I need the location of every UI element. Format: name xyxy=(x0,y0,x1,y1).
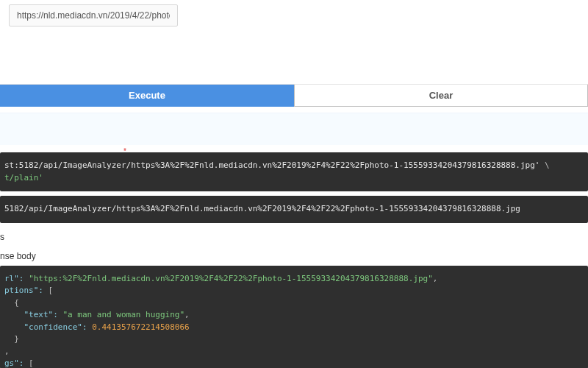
url-input[interactable] xyxy=(9,4,178,26)
json-text-key: "text": xyxy=(24,310,58,319)
json-url-key: rl": xyxy=(4,274,24,283)
response-body-codeblock[interactable]: rl": "https:%2F%2Fnld.mediacdn.vn%2F2019… xyxy=(0,266,588,369)
details-label-truncated: s xyxy=(0,227,588,247)
clear-button[interactable]: Clear xyxy=(294,85,588,107)
responses-header-area xyxy=(0,113,588,145)
required-dot-icon: * xyxy=(123,147,126,155)
parameter-row xyxy=(0,0,588,26)
request-url-text: 5182/api/ImageAnalyzer/https%3A%2F%2Fnld… xyxy=(4,204,520,213)
execute-button[interactable]: Execute xyxy=(0,85,294,107)
request-url-codeblock[interactable]: 5182/api/ImageAnalyzer/https%3A%2F%2Fnld… xyxy=(0,196,588,223)
json-text-val: "a man and woman hugging" xyxy=(62,310,184,319)
action-buttons: Execute Clear xyxy=(0,84,588,107)
curl-codeblock[interactable]: st:5182/api/ImageAnalyzer/https%3A%2F%2F… xyxy=(0,152,588,191)
json-captions-key: ptions": xyxy=(4,286,43,295)
json-conf-val: 0.441357672214508066 xyxy=(92,322,189,332)
curl-line2: t/plain' xyxy=(4,173,43,183)
json-url-val: "https:%2F%2Fnld.mediacdn.vn%2F2019%2F4%… xyxy=(29,274,433,283)
json-tags-key: gs": xyxy=(4,358,24,368)
curl-line1a: st:5182/api/ImageAnalyzer/https%3A%2F%2F… xyxy=(4,160,539,170)
curl-line1b: \ xyxy=(539,160,549,170)
response-body-label: nse body xyxy=(0,247,588,266)
json-conf-key: "confidence": xyxy=(24,322,87,332)
